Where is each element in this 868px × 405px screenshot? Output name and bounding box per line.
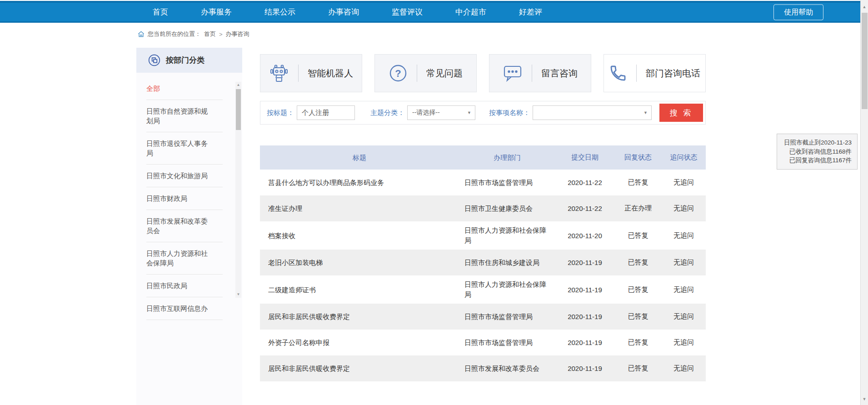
sidebar-item-all[interactable]: 全部 (146, 77, 223, 100)
sidebar-item-development-reform[interactable]: 日照市发展和改革委员会 (146, 210, 223, 242)
row-department: 日照市住房和城乡建设局 (459, 258, 555, 268)
department-phone-button[interactable]: 部门咨询电话 (604, 54, 706, 92)
breadcrumb: 您当前所在的位置： 首页 > 办事咨询 (138, 30, 249, 38)
row-reply-status: 已答复 (614, 231, 662, 240)
nav-item-agency-market[interactable]: 中介超市 (455, 7, 486, 17)
row-date: 2020-11-19 (555, 286, 614, 294)
table-row[interactable]: 莒县什么地方可以办理商品条形码业务 日照市市场监督管理局 2020-11-22 … (260, 170, 706, 195)
feature-label: 留言咨询 (541, 67, 578, 80)
scroll-up-icon[interactable]: ▲ (235, 83, 241, 87)
row-title[interactable]: 居民和非居民供暖收费界定 (260, 364, 459, 373)
row-department: 日照市市场监督管理局 (459, 312, 555, 322)
row-followup-status: 无追问 (662, 204, 706, 213)
sidebar-item-natural-resources[interactable]: 日照市自然资源和规划局 (146, 100, 223, 132)
category-icon (148, 54, 160, 66)
row-department: 日照市人力资源和社会保障局 (459, 225, 555, 245)
sidebar-header: 按部门分类 (136, 48, 242, 73)
sidebar-item-finance[interactable]: 日照市财政局 (146, 187, 223, 210)
row-department: 日照市市场监督管理局 (459, 338, 555, 348)
nav-item-services[interactable]: 办事服务 (201, 7, 232, 17)
table-row[interactable]: 准生证办理 日照市卫生健康委员会 2020-11-22 正在办理 无追问 (260, 195, 706, 221)
breadcrumb-current: 办事咨询 (226, 30, 249, 38)
scroll-up-icon[interactable]: ▲ (861, 5, 868, 9)
row-title[interactable]: 莒县什么地方可以办理商品条形码业务 (260, 178, 459, 187)
help-button[interactable]: 使用帮助 (773, 4, 823, 20)
nav-item-results[interactable]: 结果公示 (264, 7, 295, 17)
department-list: 全部 日照市自然资源和规划局 日照市退役军人事务局 日照市文化和旅游局 日照市财… (136, 73, 242, 320)
divider (532, 65, 532, 82)
title-search-input[interactable] (297, 105, 355, 120)
row-date: 2020-11-19 (555, 365, 614, 372)
feature-label: 部门咨询电话 (646, 67, 700, 80)
row-title[interactable]: 老旧小区加装电梯 (260, 258, 459, 267)
sidebar-item-civil-affairs[interactable]: 日照市民政局 (146, 275, 223, 297)
consultation-stats-box: 日照市截止到2020-11-23 已收到咨询信息1168件 已回复咨询信息116… (777, 134, 858, 170)
search-bar: 按标题： 主题分类： --请选择-- ▼ 按事项名称： ▼ 搜 索 (260, 101, 706, 125)
table-row[interactable]: 二级建造师证书 日照市人力资源和社会保障局 2020-11-19 已答复 无追问 (260, 275, 706, 304)
category-select[interactable]: --请选择-- ▼ (407, 105, 475, 120)
row-reply-status: 正在办理 (614, 204, 662, 213)
row-title[interactable]: 二级建造师证书 (260, 285, 459, 295)
svg-text:?: ? (395, 68, 401, 79)
stats-line-received: 已收到咨询信息1168件 (783, 147, 852, 156)
nav-item-consult[interactable]: 办事咨询 (328, 7, 359, 17)
sidebar-item-human-resources[interactable]: 日照市人力资源和社会保障局 (146, 242, 223, 275)
row-followup-status: 无追问 (662, 285, 706, 294)
row-date: 2020-11-19 (555, 339, 614, 346)
feature-buttons-row: 智能机器人 ? 常见问题 留言咨询 (260, 54, 706, 92)
row-department: 日照市市场监督管理局 (459, 178, 555, 188)
row-followup-status: 无追问 (662, 364, 706, 373)
row-reply-status: 已答复 (614, 285, 662, 294)
table-row[interactable]: 档案接收 日照市人力资源和社会保障局 2020-11-20 已答复 无追问 (260, 221, 706, 250)
table-header-row: 标题 办理部门 提交日期 回复状态 追问状态 (260, 145, 706, 170)
row-followup-status: 无追问 (662, 231, 706, 240)
divider (298, 65, 299, 82)
smart-robot-button[interactable]: 智能机器人 (260, 54, 362, 92)
row-title[interactable]: 外资子公司名称申报 (260, 338, 459, 347)
page-scrollbar[interactable]: ▲ ▼ (860, 0, 868, 405)
breadcrumb-home-link[interactable]: 首页 (204, 30, 216, 38)
page-scrollbar-thumb[interactable] (862, 13, 868, 109)
feature-label: 智能机器人 (308, 67, 353, 80)
scroll-down-icon[interactable]: ▼ (861, 397, 868, 401)
row-date: 2020-11-19 (555, 313, 614, 320)
nav-item-home[interactable]: 首页 (153, 7, 168, 17)
category-select-value: --请选择-- (412, 109, 440, 117)
row-reply-status: 已答复 (614, 338, 662, 347)
sidebar-item-culture-tourism[interactable]: 日照市文化和旅游局 (146, 165, 223, 187)
divider (417, 65, 417, 82)
phone-icon (609, 64, 627, 82)
search-button[interactable]: 搜 索 (659, 104, 703, 122)
title-filter-label: 按标题： (267, 109, 294, 117)
breadcrumb-separator: > (219, 31, 223, 38)
sidebar-item-internet-info[interactable]: 日照市互联网信息办 (146, 297, 223, 320)
feature-label: 常见问题 (426, 67, 463, 80)
scroll-down-icon[interactable]: ▼ (235, 292, 241, 297)
row-title[interactable]: 居民和非居民供暖收费界定 (260, 312, 459, 321)
header-reply-status: 回复状态 (614, 153, 662, 162)
row-followup-status: 无追问 (662, 312, 706, 321)
sidebar-scrollbar-thumb[interactable] (236, 89, 241, 130)
row-department: 日照市人力资源和社会保障局 (459, 280, 555, 300)
faq-button[interactable]: ? 常见问题 (374, 54, 477, 92)
row-reply-status: 已答复 (614, 364, 662, 373)
header-title: 标题 (260, 153, 459, 162)
table-row[interactable]: 老旧小区加装电梯 日照市住房和城乡建设局 2020-11-19 已答复 无追问 (260, 250, 706, 275)
row-reply-status: 已答复 (614, 178, 662, 187)
row-title[interactable]: 档案接收 (260, 231, 459, 240)
category-filter-label: 主题分类： (370, 109, 404, 117)
question-icon: ? (389, 64, 408, 83)
leave-message-button[interactable]: 留言咨询 (489, 54, 591, 92)
sidebar-item-veterans-affairs[interactable]: 日照市退役军人事务局 (146, 132, 223, 165)
sidebar-scrollbar[interactable]: ▲ ▼ (235, 82, 241, 298)
row-title[interactable]: 准生证办理 (260, 204, 459, 213)
item-name-select[interactable]: ▼ (533, 105, 652, 120)
chevron-down-icon: ▼ (644, 110, 648, 115)
table-row[interactable]: 居民和非居民供暖收费界定 日照市市场监督管理局 2020-11-19 已答复 无… (260, 304, 706, 330)
nav-item-rating[interactable]: 好差评 (519, 7, 542, 17)
nav-item-supervision[interactable]: 监督评议 (392, 7, 423, 17)
table-row[interactable]: 居民和非居民供暖收费界定 日照市发展和改革委员会 2020-11-19 已答复 … (260, 355, 706, 381)
row-department: 日照市卫生健康委员会 (459, 204, 555, 214)
header-submit-date: 提交日期 (555, 153, 614, 162)
table-row[interactable]: 外资子公司名称申报 日照市市场监督管理局 2020-11-19 已答复 无追问 (260, 330, 706, 355)
